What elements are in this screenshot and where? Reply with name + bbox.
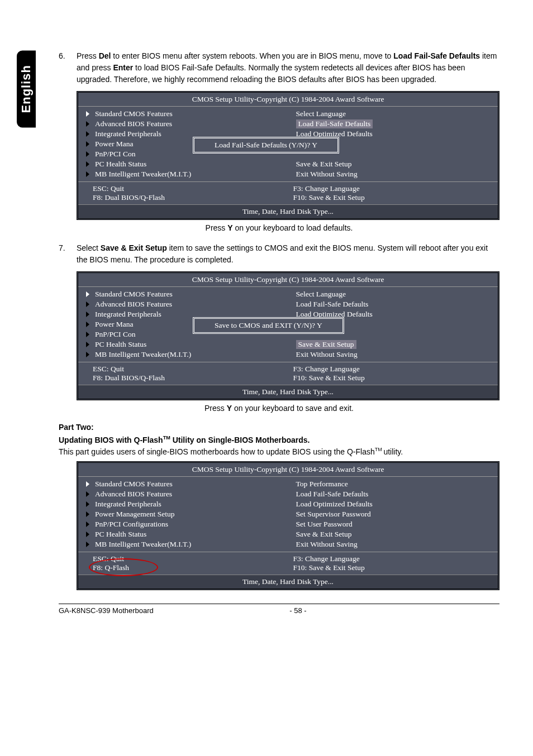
label: Advanced BIOS Features bbox=[95, 119, 172, 128]
text: This part guides users of single-BIOS mo… bbox=[59, 447, 375, 456]
menu-item[interactable]: Power Management Setup bbox=[86, 509, 284, 519]
confirm-dialog[interactable]: Save to CMOS and EXIT (Y/N)? Y bbox=[193, 317, 344, 334]
menu-item[interactable]: Load Fail-Safe Defaults bbox=[296, 489, 494, 499]
label: Advanced BIOS Features bbox=[95, 300, 172, 309]
page-footer: GA-K8NSC-939 Motherboard - 58 - bbox=[59, 604, 499, 615]
key-y: Y bbox=[227, 223, 232, 232]
bios-title: CMOS Setup Utility-Copyright (C) 1984-20… bbox=[78, 273, 498, 286]
menu-item[interactable]: Set Supervisor Password bbox=[296, 509, 494, 519]
label: Standard CMOS Features bbox=[95, 109, 173, 118]
key-y: Y bbox=[227, 404, 232, 413]
arrow-icon bbox=[86, 532, 89, 537]
menu-item[interactable]: Select Language bbox=[296, 289, 494, 299]
bios-help-line: Time, Date, Hard Disk Type... bbox=[78, 575, 498, 588]
label: Save & Exit Setup bbox=[296, 340, 356, 349]
label: Top Performance bbox=[296, 480, 348, 489]
label: Select Language bbox=[296, 109, 346, 118]
text: Press bbox=[204, 404, 227, 413]
label: Advanced BIOS Features bbox=[95, 490, 172, 499]
menu-item[interactable]: Advanced BIOS Features bbox=[86, 299, 284, 309]
label: Save & Exit Setup bbox=[296, 160, 352, 169]
label: MB Intelligent Tweaker(M.I.T.) bbox=[95, 540, 191, 549]
hint-f10: F10: Save & Exit Setup bbox=[293, 193, 494, 202]
menu-item[interactable]: Advanced BIOS Features bbox=[86, 119, 284, 129]
menu-item[interactable]: Standard CMOS Features bbox=[86, 109, 284, 119]
label: Load Fail-Safe Defaults bbox=[296, 490, 369, 499]
bios-footer: ESC: Quit F8: Q-Flash F3: Change Languag… bbox=[78, 552, 498, 575]
part-two-body: This part guides users of single-BIOS mo… bbox=[59, 447, 499, 456]
menu-item[interactable]: Exit Without Saving bbox=[296, 169, 494, 179]
label: Integrated Peripherals bbox=[95, 310, 161, 319]
arrow-icon bbox=[86, 141, 89, 147]
bios-title: CMOS Setup Utility-Copyright (C) 1984-20… bbox=[78, 463, 498, 476]
menu-item[interactable]: PC Health Status bbox=[86, 339, 284, 350]
menu-item[interactable]: Save & Exit Setup bbox=[296, 529, 494, 539]
label: Select Language bbox=[296, 290, 346, 299]
menu-item[interactable]: Standard CMOS Features bbox=[86, 479, 284, 489]
label: PnP/PCI Configurations bbox=[95, 520, 168, 529]
step-text: Select Save & Exit Setup item to save th… bbox=[77, 242, 499, 266]
hint-f10: F10: Save & Exit Setup bbox=[293, 374, 494, 382]
text: Select bbox=[77, 243, 101, 252]
text: to load BIOS Fail-Safe Defaults. Normall… bbox=[77, 63, 465, 84]
trademark: TM bbox=[163, 435, 170, 441]
label: MB Intelligent Tweaker(M.I.T.) bbox=[95, 170, 191, 179]
bios-footer: ESC: Quit F8: Dual BIOS/Q-Flash F3: Chan… bbox=[78, 362, 498, 385]
arrow-icon bbox=[86, 332, 89, 337]
arrow-icon bbox=[86, 291, 89, 297]
label: PC Health Status bbox=[95, 160, 146, 169]
bios-footer: ESC: Quit F8: Dual BIOS/Q-Flash F3: Chan… bbox=[78, 182, 498, 204]
menu-item[interactable]: PnP/PCI Configurations bbox=[86, 519, 284, 529]
arrow-icon bbox=[86, 352, 89, 357]
step-number: 6. bbox=[59, 50, 77, 85]
part-two-subheading: Updating BIOS with Q-FlashTM Utility on … bbox=[59, 435, 499, 444]
label: PnP/PCI Con bbox=[95, 330, 135, 339]
text: Press bbox=[77, 51, 99, 60]
menu-item[interactable]: Load Optimized Defaults bbox=[296, 499, 494, 509]
hint-esc: ESC: Quit bbox=[93, 554, 293, 563]
label: Set User Password bbox=[296, 520, 353, 529]
bios-title: CMOS Setup Utility-Copyright (C) 1984-20… bbox=[78, 93, 498, 106]
label: PnP/PCI Con bbox=[95, 150, 135, 159]
label: Exit Without Saving bbox=[296, 540, 358, 549]
menu-item[interactable]: Standard CMOS Features bbox=[86, 289, 284, 299]
confirm-dialog[interactable]: Load Fail-Safe Defaults (Y/N)? Y bbox=[193, 137, 339, 154]
label: Exit Without Saving bbox=[296, 350, 358, 359]
menu-item[interactable]: MB Intelligent Tweaker(M.I.T.) bbox=[86, 350, 284, 360]
hint-f3: F3: Change Language bbox=[293, 184, 494, 193]
menu-item[interactable]: PC Health Status bbox=[86, 159, 284, 169]
label: Integrated Peripherals bbox=[95, 130, 161, 138]
arrow-icon bbox=[86, 322, 89, 327]
label: Save & Exit Setup bbox=[296, 530, 352, 539]
menu-item-selected[interactable]: Load Fail-Safe Defaults bbox=[296, 119, 494, 129]
menu-item[interactable]: Top Performance bbox=[296, 479, 494, 489]
label: Standard CMOS Features bbox=[95, 290, 173, 299]
menu-item[interactable]: Exit Without Saving bbox=[296, 350, 494, 360]
menu-item-name: Load Fail-Safe Defaults bbox=[393, 51, 480, 60]
text: Utility on Single-BIOS Motherboards. bbox=[170, 436, 310, 444]
label: PC Health Status bbox=[95, 530, 146, 539]
menu-item[interactable]: Set User Password bbox=[296, 519, 494, 529]
menu-item[interactable]: Advanced BIOS Features bbox=[86, 489, 284, 499]
hint-f3: F3: Change Language bbox=[293, 365, 494, 374]
menu-item[interactable]: Load Fail-Safe Defaults bbox=[296, 299, 494, 309]
label: Power Mana bbox=[95, 140, 134, 149]
menu-item[interactable]: PC Health Status bbox=[86, 529, 284, 539]
menu-item[interactable]: MB Intelligent Tweaker(M.I.T.) bbox=[86, 169, 284, 179]
hint-f3: F3: Change Language bbox=[293, 554, 494, 563]
label: Exit Without Saving bbox=[296, 170, 358, 179]
key-del: Del bbox=[99, 51, 111, 60]
menu-item[interactable]: Save & Exit Setup bbox=[296, 159, 494, 169]
arrow-icon bbox=[86, 111, 89, 117]
part-two-heading: Part Two: bbox=[59, 423, 499, 432]
hint-esc: ESC: Quit bbox=[93, 365, 293, 374]
menu-item[interactable]: MB Intelligent Tweaker(M.I.T.) bbox=[86, 539, 284, 549]
arrow-icon bbox=[86, 542, 89, 547]
menu-item[interactable]: Select Language bbox=[296, 109, 494, 119]
step-text: Press Del to enter BIOS menu after syste… bbox=[77, 50, 499, 85]
menu-item[interactable]: Integrated Peripherals bbox=[86, 499, 284, 509]
text: Press bbox=[206, 223, 228, 232]
key-enter: Enter bbox=[113, 63, 133, 72]
menu-item-selected[interactable]: Save & Exit Setup bbox=[296, 339, 494, 350]
menu-item[interactable]: Exit Without Saving bbox=[296, 539, 494, 549]
